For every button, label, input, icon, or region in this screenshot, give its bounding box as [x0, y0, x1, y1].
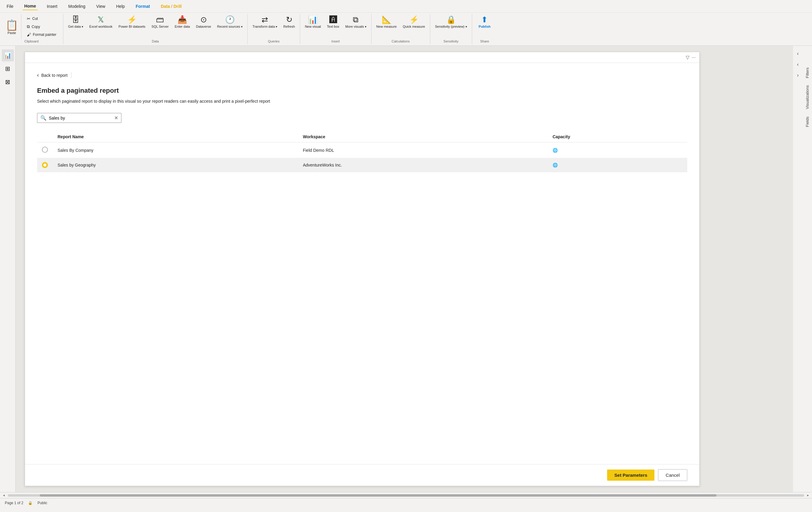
scroll-right-arrow[interactable]: ▸ [805, 493, 811, 498]
excel-workbook-button[interactable]: 𝕏 Excel workbook [87, 14, 115, 30]
filter-icon[interactable]: ▽ [686, 55, 689, 60]
modal-header: ▽ ··· [25, 52, 699, 63]
copy-button[interactable]: ⧉ Copy [25, 23, 58, 30]
recent-sources-button[interactable]: 🕐 Recent sources ▾ [215, 14, 245, 30]
menu-modeling[interactable]: Modeling [66, 3, 87, 10]
cut-button[interactable]: ✂ Cut [25, 16, 58, 22]
fields-panel-tab[interactable]: Fields [803, 113, 812, 131]
menu-datadrill[interactable]: Data / Drill [159, 3, 183, 10]
sensitivity-section-label: Sensitivity [443, 39, 459, 44]
ribbon-insert-section: 📊 New visual 🅰 Text box ⧉ More visuals ▾… [300, 14, 372, 44]
search-input[interactable] [49, 116, 114, 120]
dataverse-label: Dataverse [196, 25, 211, 29]
menu-view[interactable]: View [94, 3, 107, 10]
clipboard-right: ✂ Cut ⧉ Copy 🖌 Format painter [23, 14, 61, 39]
search-icon: 🔍 [40, 115, 47, 121]
set-parameters-button[interactable]: Set Parameters [607, 470, 655, 481]
search-box[interactable]: 🔍 ✕ [37, 113, 121, 123]
new-visual-button[interactable]: 📊 New visual [302, 14, 323, 30]
get-data-button[interactable]: 🗄 Get data ▾ [66, 14, 86, 30]
filters-panel-tab[interactable]: Filters [803, 64, 812, 82]
right-side-panel: ‹ ‹ › Filters Visualizations Fields [793, 46, 812, 492]
scroll-left-arrow[interactable]: ◂ [1, 493, 7, 498]
paste-label: Paste [7, 31, 16, 35]
quick-measure-icon: ⚡ [409, 16, 419, 24]
modal-footer: Set Parameters Cancel [25, 464, 699, 486]
copy-icon: ⧉ [27, 24, 30, 29]
queries-section-label: Queries [268, 39, 280, 44]
get-data-icon: 🗄 [72, 16, 80, 24]
workspace-cell: AdventureWorks Inc. [298, 158, 548, 172]
dataverse-icon: ⊙ [200, 16, 207, 24]
enter-data-button[interactable]: 📥 Enter data [172, 14, 193, 30]
page-indicator: Page 1 of 2 [5, 501, 23, 505]
excel-label: Excel workbook [89, 25, 112, 29]
enter-data-label: Enter data [175, 25, 190, 29]
cancel-button[interactable]: Cancel [658, 469, 687, 481]
public-icon: 🔒 [28, 501, 32, 505]
ribbon-queries-section: ⇄ Transform data ▾ ↻ Refresh Queries [248, 14, 300, 44]
publish-label: Publish [479, 25, 491, 29]
menu-file[interactable]: File [5, 3, 16, 10]
new-measure-button[interactable]: 📐 New measure [374, 14, 399, 30]
format-painter-button[interactable]: 🖌 Format painter [25, 31, 58, 38]
power-bi-datasets-button[interactable]: ⚡ Power BI datasets [116, 14, 148, 30]
modal-panel: ▽ ··· ‹ Back to report Embed a paginated… [25, 52, 700, 486]
ribbon-data-section: 🗄 Get data ▾ 𝕏 Excel workbook ⚡ Power BI… [63, 14, 248, 44]
cut-label: Cut [32, 17, 38, 21]
table-row[interactable]: Sales By CompanyField Demo RDL🌐 [37, 143, 687, 158]
scroll-track[interactable] [8, 494, 804, 496]
radio-cell[interactable] [37, 158, 53, 172]
visualizations-panel-tab[interactable]: Visualizations [803, 82, 812, 113]
col-capacity: Capacity [548, 131, 687, 143]
text-box-icon: 🅰 [329, 16, 337, 24]
radio-button[interactable] [42, 147, 48, 153]
queries-content: ⇄ Transform data ▾ ↻ Refresh [250, 14, 297, 39]
sql-server-button[interactable]: 🗃 SQL Server [149, 14, 171, 30]
quick-measure-button[interactable]: ⚡ Quick measure [400, 14, 428, 30]
modal-body: ‹ Back to report Embed a paginated repor… [25, 63, 699, 464]
report-table: Report Name Workspace Capacity Sales By … [37, 131, 687, 172]
paste-icon: 📋 [5, 19, 18, 31]
back-to-report-link[interactable]: ‹ Back to report [37, 72, 687, 78]
menu-help[interactable]: Help [114, 3, 126, 10]
nav-chevron-left[interactable]: ‹ [793, 49, 803, 58]
clear-search-icon[interactable]: ✕ [114, 115, 118, 121]
ribbon-calculations-section: 📐 New measure ⚡ Quick measure Calculatio… [372, 14, 430, 44]
more-options-icon[interactable]: ··· [692, 55, 696, 60]
report-name-cell: Sales By Company [53, 143, 298, 158]
publish-button[interactable]: ⬆ Publish [474, 14, 495, 30]
menu-home[interactable]: Home [23, 2, 38, 10]
sidebar-data-icon[interactable]: ⊞ [2, 63, 14, 75]
nav-chevron-right[interactable]: › [793, 70, 803, 80]
powerbi-icon: ⚡ [127, 16, 137, 24]
back-to-report-label: Back to report [41, 73, 67, 78]
transform-data-button[interactable]: ⇄ Transform data ▾ [250, 14, 280, 30]
paste-button[interactable]: 📋 Paste [2, 14, 21, 39]
sensitivity-button[interactable]: 🔒 Sensitivity (preview) ▾ [433, 14, 469, 30]
radio-inner [44, 163, 47, 167]
menu-insert[interactable]: Insert [45, 3, 59, 10]
capacity-cell: 🌐 [548, 158, 687, 172]
more-visuals-button[interactable]: ⧉ More visuals ▾ [343, 14, 369, 30]
radio-button[interactable] [42, 162, 48, 168]
col-report-name: Report Name [53, 131, 298, 143]
report-name-cell: Sales by Geography [53, 158, 298, 172]
sql-icon: 🗃 [156, 16, 164, 24]
new-visual-label: New visual [305, 25, 321, 29]
insert-section-label: Insert [331, 39, 340, 44]
sidebar-model-icon[interactable]: ⊠ [2, 76, 14, 88]
radio-cell[interactable] [37, 143, 53, 158]
text-box-button[interactable]: 🅰 Text box [324, 14, 342, 30]
transform-label: Transform data ▾ [253, 25, 277, 29]
menu-format[interactable]: Format [134, 3, 151, 10]
main-area: 📊 ⊞ ⊠ ▽ ··· ‹ Back to report Embed a pag… [0, 46, 812, 492]
table-row[interactable]: Sales by GeographyAdventureWorks Inc.🌐 [37, 158, 687, 172]
dataverse-button[interactable]: ⊙ Dataverse [194, 14, 213, 30]
refresh-button[interactable]: ↻ Refresh [281, 14, 297, 30]
format-painter-icon: 🖌 [27, 32, 31, 37]
workspace-cell: Field Demo RDL [298, 143, 548, 158]
col-radio [37, 131, 53, 143]
nav-chevron-left2[interactable]: ‹ [793, 60, 803, 69]
sidebar-report-icon[interactable]: 📊 [2, 50, 14, 61]
